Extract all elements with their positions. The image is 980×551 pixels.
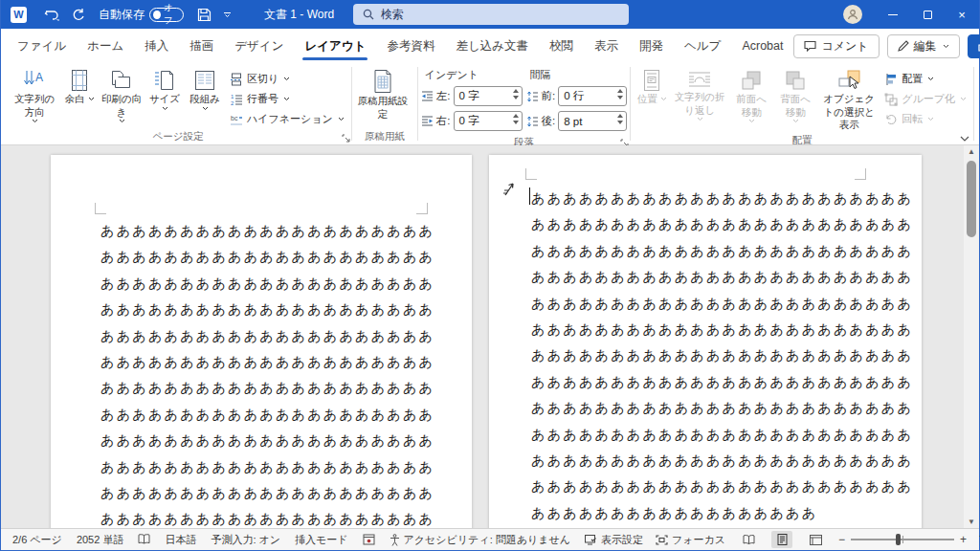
text-line: ああああああああああああああああああ [531, 500, 913, 526]
zoom-track[interactable] [851, 539, 954, 540]
chevron-down-icon [283, 97, 290, 101]
tab-review[interactable]: 校閲 [539, 31, 584, 62]
status-language[interactable]: 日本語 [165, 533, 196, 547]
orientation-button[interactable]: 印刷の向き [98, 65, 145, 125]
text-direction-button[interactable]: A文字列の方向 [8, 65, 61, 125]
tab-insert[interactable]: 挿入 [134, 31, 179, 62]
spinner-icon[interactable] [617, 89, 623, 99]
size-button[interactable]: サイズ [145, 65, 184, 125]
mouse-cursor-icon [502, 182, 516, 197]
chevron-down-icon [88, 97, 95, 101]
tab-mailings[interactable]: 差し込み文書 [445, 31, 539, 62]
position-button: 位置 [634, 65, 670, 134]
margins-button[interactable]: 余白 [61, 65, 98, 125]
zoom-thumb[interactable] [896, 534, 901, 545]
account-avatar[interactable] [843, 5, 862, 24]
save-button[interactable] [191, 0, 217, 29]
text-line: あああああああああああああああああああああ [100, 506, 434, 528]
line-numbers-button[interactable]: 12行番号 [226, 90, 348, 108]
quick-access-menu[interactable] [217, 0, 237, 29]
status-page-number[interactable]: 2/6 ページ [12, 533, 62, 547]
tab-developer[interactable]: 開発 [629, 31, 674, 62]
status-word-count[interactable]: 2052 単語 [77, 533, 124, 547]
web-layout-button[interactable] [805, 531, 826, 548]
maximize-button[interactable] [910, 0, 945, 29]
tab-home[interactable]: ホーム [77, 31, 134, 62]
chevron-down-icon [338, 117, 345, 121]
document-canvas[interactable]: ああああああああああああああああああああああああああああああああああああああああ… [1, 145, 979, 528]
vertical-scrollbar[interactable]: ▲ ▼ [964, 145, 979, 528]
print-layout-icon [777, 534, 788, 545]
share-button[interactable]: 共有 [968, 34, 980, 58]
redo-icon [71, 8, 85, 21]
close-button[interactable]: × [945, 0, 979, 29]
display-settings-button[interactable]: 表示設定 [585, 533, 643, 547]
selection-pane-button[interactable]: オブジェクトの選択と表示 [817, 65, 880, 134]
tab-layout[interactable]: レイアウト [294, 31, 376, 62]
comments-button[interactable]: コメント [793, 34, 879, 58]
hyphenation-icon: bc [230, 113, 243, 126]
zoom-out-icon[interactable]: − [838, 533, 845, 546]
status-proofing[interactable] [138, 534, 150, 545]
genko-settings-button[interactable]: 原稿用紙設定 [355, 65, 411, 122]
status-macro[interactable] [363, 534, 375, 545]
autosave-toggle[interactable]: オフ [149, 8, 184, 22]
status-insert-mode[interactable]: 挿入モード [295, 533, 348, 547]
align-button[interactable]: 配置 [880, 70, 970, 88]
editing-mode-button[interactable]: 編集 [887, 34, 960, 58]
tab-view[interactable]: 表示 [584, 31, 629, 62]
tab-references[interactable]: 参考資料 [376, 31, 445, 62]
group-label: グループ化 [902, 92, 955, 106]
indent-left-input[interactable]: 0 字 [454, 86, 523, 106]
scroll-down-icon[interactable]: ▼ [968, 518, 975, 526]
hyphenation-label: ハイフネーション [247, 112, 333, 126]
collapse-ribbon-button[interactable] [960, 136, 969, 142]
scroll-up-icon[interactable]: ▲ [968, 147, 975, 156]
undo-button[interactable] [38, 0, 65, 29]
indent-header: インデント [425, 68, 523, 82]
dialog-launcher-icon[interactable] [342, 134, 350, 143]
print-layout-button[interactable] [771, 531, 792, 548]
hyphenation-button[interactable]: bcハイフネーション [226, 110, 348, 128]
page-right[interactable]: ああああああああああああああああああああああああああああああああああああああああ… [489, 155, 922, 528]
zoom-slider[interactable]: − + [838, 533, 967, 546]
text-line: ああああああああああああああああああああああああ [531, 186, 913, 211]
status-language-label: 日本語 [165, 533, 196, 547]
wrap-text-button: 文字列の折り返し [670, 65, 729, 134]
margin-mark-icon [525, 168, 537, 180]
columns-button[interactable]: 段組み [184, 65, 226, 125]
zoom-in-icon[interactable]: + [960, 533, 967, 546]
margins-label: 余白 [65, 93, 95, 106]
spinner-icon[interactable] [617, 114, 623, 124]
search-input[interactable]: 検索 [353, 4, 629, 25]
spinner-icon[interactable] [513, 89, 519, 99]
document-title: 文書 1 - Word [264, 7, 334, 23]
breaks-button[interactable]: 区切り [226, 70, 348, 88]
read-mode-button[interactable] [738, 531, 759, 548]
focus-button[interactable]: フォーカス [656, 533, 725, 547]
wrap-text-label: 文字列の折り返し [672, 91, 727, 121]
indent-right-input[interactable]: 0 字 [454, 111, 523, 131]
tab-draw[interactable]: 描画 [179, 31, 224, 62]
status-predictive-input[interactable]: 予測入力: オン [211, 533, 280, 547]
autosave-control[interactable]: 自動保存 オフ [99, 7, 184, 23]
status-bar: 2/6 ページ2052 単語日本語予測入力: オン挿入モードアクセシビリティ: … [1, 528, 979, 550]
spacing-before-input[interactable]: 0 行 [558, 86, 627, 106]
redo-button[interactable] [65, 0, 91, 29]
spacing-after-input[interactable]: 8 pt [558, 111, 627, 131]
spinner-icon[interactable] [513, 114, 519, 124]
window-controls: × [843, 0, 979, 29]
scrollbar-thumb[interactable] [967, 161, 976, 237]
tab-file[interactable]: ファイル [7, 31, 77, 62]
tab-acrobat[interactable]: Acrobat [731, 32, 793, 60]
tab-design[interactable]: デザイン [224, 31, 294, 62]
text-line: あああああああああああああああああああああ [100, 375, 434, 401]
status-accessibility[interactable]: アクセシビリティ: 問題ありません [390, 533, 570, 547]
page-setup-small-buttons: 区切り12行番号bcハイフネーション [226, 65, 348, 129]
text-line: あああああああああああああああああああああ [100, 244, 434, 270]
tab-help[interactable]: ヘルプ [674, 31, 731, 62]
focus-icon [656, 535, 668, 545]
minimize-button[interactable] [876, 0, 910, 29]
page-left[interactable]: ああああああああああああああああああああああああああああああああああああああああ… [51, 155, 472, 528]
size-icon [153, 69, 176, 92]
